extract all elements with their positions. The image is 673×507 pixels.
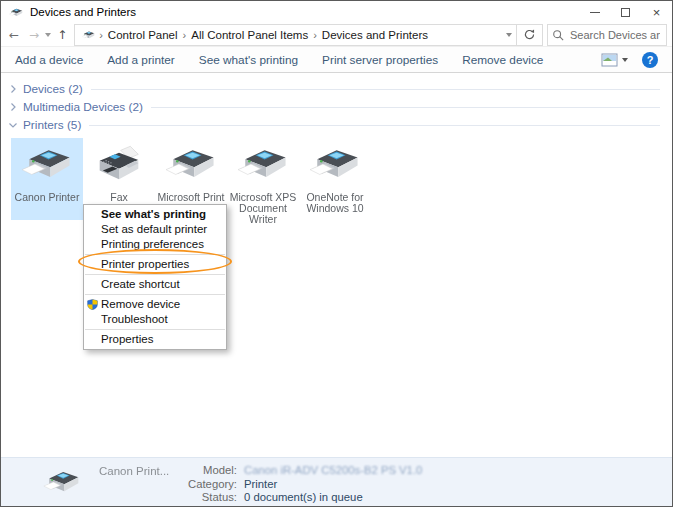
details-pane: Canon Print... Model: Canon iR-ADV C5200… — [1, 457, 672, 506]
refresh-icon — [523, 28, 536, 41]
window-title: Devices and Printers — [30, 6, 579, 18]
nav-history-chevron-icon[interactable] — [45, 33, 51, 37]
print-server-properties-button[interactable]: Print server properties — [322, 53, 438, 67]
fax-machine-icon — [90, 141, 148, 187]
menu-separator — [85, 294, 225, 295]
menu-item-troubleshoot[interactable]: Troubleshoot — [84, 312, 226, 327]
group-header-printers[interactable]: Printers (5) — [1, 116, 672, 134]
menu-item-printing-preferences[interactable]: Printing preferences — [84, 237, 226, 252]
printer-icon — [306, 141, 364, 187]
group-label: Multimedia Devices (2) — [23, 100, 143, 114]
breadcrumb: › Control Panel › All Control Panel Item… — [74, 24, 517, 46]
printer-icon — [234, 141, 292, 187]
model-label: Model: — [179, 464, 237, 478]
category-value: Printer — [244, 478, 422, 492]
search-icon — [552, 29, 564, 41]
search-input[interactable] — [568, 28, 662, 42]
printer-label: Fax — [83, 192, 155, 203]
menu-item-create-shortcut[interactable]: Create shortcut — [84, 277, 226, 292]
printer-tile-onenote-for-windows-10[interactable]: OneNote forWindows 10 — [299, 138, 371, 220]
question-mark-icon: ? — [647, 54, 654, 66]
chevron-right-icon — [8, 84, 18, 94]
devices-and-printers-window: Devices and Printers × ← → ↑ › Control P… — [0, 0, 673, 507]
maximize-icon — [621, 8, 630, 17]
printer-tile-microsoft-xps-document-writer[interactable]: Microsoft XPSDocument Writer — [227, 138, 299, 220]
details-grid: Model: Canon iR-ADV C5200s-B2 PS V1.0 Ca… — [179, 464, 422, 505]
menu-separator — [85, 274, 225, 275]
printer-label: Microsoft XPSDocument Writer — [227, 192, 299, 225]
see-whats-printing-button[interactable]: See what's printing — [199, 53, 298, 67]
title-bar: Devices and Printers × — [1, 1, 672, 23]
address-dropdown-chevron-icon[interactable] — [506, 33, 512, 37]
printer-icon — [18, 141, 76, 187]
category-label: Category: — [179, 478, 237, 492]
refresh-button[interactable] — [517, 24, 543, 46]
printer-context-menu: See what's printing Set as default print… — [83, 204, 227, 350]
printer-tile-canon-printer[interactable]: Canon Printer — [11, 138, 83, 220]
status-value: 0 document(s) in queue — [244, 491, 422, 505]
minimize-icon — [590, 12, 600, 13]
status-label: Status: — [179, 491, 237, 505]
add-a-printer-button[interactable]: Add a printer — [107, 53, 175, 67]
minimize-button[interactable] — [579, 2, 610, 23]
command-toolbar: Add a device Add a printer See what's pr… — [1, 47, 672, 73]
menu-item-set-as-default-printer[interactable]: Set as default printer — [84, 222, 226, 237]
group-label: Printers (5) — [23, 118, 81, 132]
search-box — [547, 24, 667, 46]
uac-shield-icon — [87, 299, 98, 310]
menu-item-printer-properties[interactable]: Printer properties — [84, 257, 226, 272]
help-button[interactable]: ? — [642, 52, 658, 68]
view-dropdown-chevron-icon — [622, 58, 628, 62]
menu-separator — [85, 254, 225, 255]
breadcrumb-separator: › — [310, 29, 320, 41]
up-button[interactable]: ↑ — [53, 28, 71, 42]
app-printer-icon — [8, 6, 24, 19]
group-divider — [151, 107, 660, 108]
selected-printer-icon — [41, 465, 83, 499]
address-bar: ← → ↑ › Control Panel › All Control Pane… — [1, 23, 672, 47]
printer-icon — [162, 141, 220, 187]
breadcrumb-control-panel[interactable]: Control Panel — [106, 29, 180, 41]
breadcrumb-all-control-panel-items[interactable]: All Control Panel Items — [189, 29, 310, 41]
breadcrumb-separator: › — [180, 29, 190, 41]
breadcrumb-separator: › — [96, 29, 106, 41]
thumbnail-view-icon — [601, 53, 618, 67]
chevron-right-icon — [8, 102, 18, 112]
add-a-device-button[interactable]: Add a device — [15, 53, 83, 67]
printer-label: OneNote forWindows 10 — [299, 192, 371, 214]
group-header-devices[interactable]: Devices (2) — [1, 80, 672, 98]
forward-button[interactable]: → — [25, 28, 43, 42]
menu-item-properties[interactable]: Properties — [84, 332, 226, 347]
remove-device-button[interactable]: Remove device — [462, 53, 543, 67]
selected-printer-name: Canon Print... — [99, 465, 177, 477]
group-label: Devices (2) — [23, 82, 83, 96]
breadcrumb-printer-icon — [81, 29, 96, 41]
model-value: Canon iR-ADV C5200s-B2 PS V1.0 — [244, 464, 422, 478]
chevron-down-icon — [8, 120, 18, 130]
maximize-button[interactable] — [610, 2, 641, 23]
group-divider — [89, 125, 660, 126]
breadcrumb-devices-and-printers[interactable]: Devices and Printers — [320, 29, 430, 41]
close-icon: × — [653, 5, 661, 20]
back-button[interactable]: ← — [5, 28, 23, 42]
group-header-multimedia-devices[interactable]: Multimedia Devices (2) — [1, 98, 672, 116]
menu-item-see-whats-printing[interactable]: See what's printing — [84, 207, 226, 222]
change-view-button[interactable] — [601, 53, 628, 67]
menu-separator — [85, 329, 225, 330]
close-button[interactable]: × — [641, 2, 672, 23]
menu-item-remove-device[interactable]: Remove device — [84, 297, 226, 312]
group-divider — [91, 89, 660, 90]
printer-label: Canon Printer — [11, 192, 83, 203]
